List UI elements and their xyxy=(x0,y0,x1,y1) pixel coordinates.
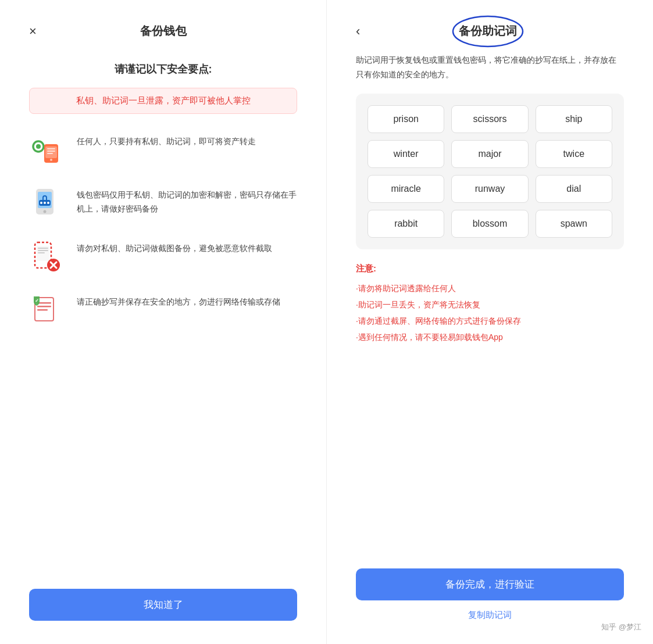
svg-rect-21 xyxy=(38,250,48,251)
left-header: × 备份钱包 xyxy=(29,23,297,39)
svg-rect-7 xyxy=(47,148,55,149)
copy-link[interactable]: 复制助记词 xyxy=(356,610,624,621)
security-item-3: 请勿对私钥、助记词做截图备份，避免被恶意软件截取 xyxy=(29,238,297,276)
mnemonic-grid: prisonscissorsshipwintermajortwicemiracl… xyxy=(356,94,624,249)
mnemonic-word: miracle xyxy=(367,175,444,203)
warning-box: 私钥、助记词一旦泄露，资产即可被他人掌控 xyxy=(29,88,297,114)
security-item-1: 任何人，只要持有私钥、助记词，即可将资产转走 xyxy=(29,131,297,169)
right-panel: ‹ 备份助记词 助记词用于恢复钱包或重置钱包密码，将它准确的抄写在纸上，并存放在… xyxy=(327,0,653,644)
back-button[interactable]: ‹ xyxy=(356,24,360,39)
note-item: ·助记词一旦丢失，资产将无法恢复 xyxy=(356,296,624,313)
key-phone-icon xyxy=(29,131,66,169)
security-text-4: 请正确抄写并保存在安全的地方，勿进行网络传输或存储 xyxy=(77,292,280,309)
phone-screenshot-icon xyxy=(29,238,66,276)
mnemonic-word: ship xyxy=(536,105,612,133)
svg-rect-9 xyxy=(47,153,53,154)
svg-rect-8 xyxy=(47,151,55,152)
right-bottom: 备份完成，进行验证 复制助记词 xyxy=(356,568,624,621)
security-heading: 请谨记以下安全要点: xyxy=(29,62,297,76)
security-text-1: 任何人，只要持有私钥、助记词，即可将资产转走 xyxy=(77,131,256,149)
verify-button[interactable]: 备份完成，进行验证 xyxy=(356,568,624,600)
security-item-2: 钱包密码仅用于私钥、助记词的加密和解密，密码只存储在手机上，请做好密码备份 xyxy=(29,185,297,222)
svg-point-17 xyxy=(44,210,47,213)
svg-rect-29 xyxy=(37,309,48,311)
right-header: ‹ 备份助记词 xyxy=(356,23,624,39)
notes-title: 注意: xyxy=(356,263,624,274)
svg-text:✓: ✓ xyxy=(35,298,39,303)
mnemonic-word: rabbit xyxy=(367,210,444,238)
note-item: ·请勿将助记词透露给任何人 xyxy=(356,280,624,296)
left-bottom: 我知道了 xyxy=(29,566,297,621)
note-item: ·请勿通过截屏、网络传输的方式进行备份保存 xyxy=(356,313,624,329)
svg-rect-20 xyxy=(38,248,48,249)
left-title: 备份钱包 xyxy=(140,23,187,39)
safe-copy-icon: ✓ xyxy=(29,292,66,329)
mnemonic-word: runway xyxy=(451,175,528,203)
security-item-4: ✓ 请正确抄写并保存在安全的地方，勿进行网络传输或存储 xyxy=(29,292,297,329)
mnemonic-word: spawn xyxy=(536,210,612,238)
mnemonic-word: scissors xyxy=(451,105,528,133)
svg-point-10 xyxy=(50,159,52,161)
desc-text: 助记词用于恢复钱包或重置钱包密码，将它准确的抄写在纸上，并存放在只有你知道的安全… xyxy=(356,53,624,82)
svg-rect-22 xyxy=(38,252,45,253)
security-text-2: 钱包密码仅用于私钥、助记词的加密和解密，密码只存储在手机上，请做好密码备份 xyxy=(77,185,297,216)
svg-point-1 xyxy=(36,144,41,149)
close-button[interactable]: × xyxy=(29,24,37,39)
watermark: 知乎 @梦江 xyxy=(601,622,641,632)
security-text-3: 请勿对私钥、助记词做截图备份，避免被恶意软件截取 xyxy=(77,238,272,256)
svg-point-14 xyxy=(40,202,42,204)
mnemonic-word: blossom xyxy=(451,210,528,238)
mnemonic-word: prison xyxy=(367,105,444,133)
notes-section: 注意: ·请勿将助记词透露给任何人·助记词一旦丢失，资产将无法恢复·请勿通过截屏… xyxy=(356,263,624,345)
phone-password-icon xyxy=(29,185,66,222)
svg-point-15 xyxy=(44,202,46,204)
know-button[interactable]: 我知道了 xyxy=(29,589,297,621)
svg-point-16 xyxy=(47,202,49,204)
note-item: ·遇到任何情况，请不要轻易卸载钱包App xyxy=(356,329,624,345)
mnemonic-word: dial xyxy=(536,175,612,203)
left-panel: × 备份钱包 请谨记以下安全要点: 私钥、助记词一旦泄露，资产即可被他人掌控 xyxy=(0,0,327,644)
right-title: 备份助记词 xyxy=(369,23,606,39)
svg-rect-28 xyxy=(37,306,51,307)
mnemonic-word: winter xyxy=(367,140,444,168)
mnemonic-word: major xyxy=(451,140,528,168)
mnemonic-word: twice xyxy=(536,140,612,168)
